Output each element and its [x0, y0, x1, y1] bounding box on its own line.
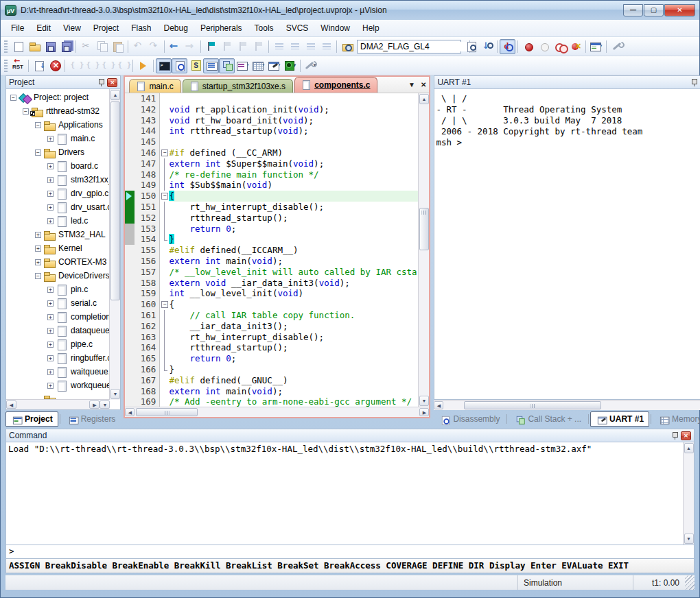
scroll-left-icon[interactable]: ◀ — [434, 401, 443, 409]
window-layout-button[interactable]: ▼ — [588, 39, 604, 54]
tree-item-pin-c[interactable]: +pin.c — [6, 283, 110, 296]
tree-item-main-c[interactable]: +main.c — [6, 132, 110, 145]
bookmark-clear-button[interactable] — [250, 39, 266, 54]
fold-margin-collapse-icon[interactable] — [160, 147, 169, 158]
tab-memory-1[interactable]: Memory 1 — [653, 411, 700, 427]
redo-button[interactable] — [146, 39, 162, 54]
menu-flash[interactable]: Flash — [125, 21, 157, 35]
expander-minus-icon[interactable]: − — [35, 122, 41, 128]
project-close-icon[interactable]: × — [107, 78, 117, 87]
save-all-button[interactable] — [58, 39, 73, 54]
expander-plus-icon[interactable]: + — [47, 342, 54, 348]
show-next-button[interactable] — [31, 58, 47, 73]
outdent-button[interactable] — [287, 39, 303, 54]
scroll-right-icon[interactable]: ▶ — [89, 400, 100, 409]
cut-button[interactable] — [78, 39, 94, 54]
menu-edit[interactable]: Edit — [30, 21, 57, 35]
scroll-left-icon[interactable]: ◀ — [125, 408, 135, 416]
command-vertical-scrollbar[interactable]: ▲ ▼ — [683, 442, 694, 545]
uart-output[interactable]: \ | / - RT - Thread Operating System / |… — [434, 89, 700, 399]
tree-item-applications[interactable]: −Applications — [6, 118, 110, 132]
command-input[interactable]: > — [5, 545, 695, 559]
tree-item-stm32-hal[interactable]: +STM32_HAL — [6, 228, 110, 241]
paste-button[interactable] — [110, 39, 126, 54]
expander-minus-icon[interactable]: − — [35, 150, 41, 156]
expander-plus-icon[interactable]: + — [47, 355, 54, 361]
indent-button[interactable] — [271, 39, 287, 54]
expander-plus-icon[interactable]: + — [47, 287, 54, 293]
expander-plus-icon[interactable]: + — [47, 218, 54, 224]
tab-call-stack-[interactable]: Call Stack + ... — [509, 411, 587, 427]
undo-button[interactable] — [130, 39, 146, 54]
tree-item-completion-c[interactable]: +completion.c — [6, 310, 110, 324]
tree-item-devicedrivers[interactable]: −DeviceDrivers — [6, 269, 110, 283]
tree-horizontal-scrollbar[interactable]: ◀ ▶ ▼ — [6, 399, 110, 409]
title-bar[interactable]: µV D:\rt-thread\rt-thread-3.0.3\bsp\stm3… — [1, 1, 699, 20]
tree-item-drivers[interactable]: −Drivers — [6, 145, 110, 159]
new-file-button[interactable] — [10, 39, 26, 54]
tree-item-stm32f1xx-it-c[interactable]: +stm32f1xx_it.c — [6, 173, 110, 187]
stop-run-button[interactable] — [47, 58, 62, 73]
expander-plus-icon[interactable]: + — [47, 328, 54, 334]
scroll-up-icon[interactable]: ▲ — [419, 94, 429, 104]
symbol-window-button[interactable] — [187, 58, 203, 73]
tree-item-board-c[interactable]: +board.c — [6, 159, 110, 173]
scroll-down-icon[interactable]: ▼ — [684, 534, 694, 544]
scroll-thumb[interactable] — [419, 208, 429, 250]
tree-item-workqueue-c[interactable]: +workqueue.c — [6, 379, 110, 392]
fold-margin-collapse-icon[interactable] — [160, 299, 169, 310]
find-next-button[interactable] — [463, 39, 479, 54]
fold-margin-collapse-icon[interactable] — [160, 191, 169, 202]
tree-item-dataqueue-c[interactable]: +dataqueue.c — [6, 324, 110, 337]
expander-minus-icon[interactable]: − — [23, 108, 29, 115]
tree-item-project-project[interactable]: −Project: project — [6, 91, 110, 104]
tab-disassembly[interactable]: Disassembly — [434, 411, 505, 427]
expander-plus-icon[interactable]: + — [47, 136, 54, 142]
expander-plus-icon[interactable]: + — [35, 232, 41, 238]
tree-item-kernel[interactable]: +Kernel — [6, 241, 110, 255]
analysis-window-button[interactable]: ▼ — [282, 58, 298, 73]
tree-item-led-c[interactable]: +led.c — [6, 214, 110, 228]
uart-horizontal-scrollbar[interactable]: ◀ ▶ — [434, 400, 700, 410]
nav-back-button[interactable] — [167, 39, 183, 54]
tab-project[interactable]: Project — [5, 411, 58, 427]
tree-item-drv-usart-c[interactable]: +drv_usart.c — [6, 200, 110, 214]
menu-window[interactable]: Window — [314, 21, 356, 35]
expander-plus-icon[interactable]: + — [47, 191, 54, 197]
bp-disable-button[interactable] — [552, 39, 568, 54]
bookmark-toggle-button[interactable] — [203, 39, 219, 54]
memory-window-button[interactable]: ▼ — [250, 58, 266, 73]
toolbar-grip-handle[interactable] — [4, 60, 8, 72]
disassembly-window-button[interactable] — [172, 58, 187, 73]
copy-button[interactable] — [94, 39, 110, 54]
find-in-files-button[interactable] — [339, 39, 355, 54]
incr-find-button[interactable] — [479, 39, 495, 54]
tab-main-c[interactable]: main.c — [129, 79, 180, 93]
registers-window-button[interactable] — [203, 58, 219, 73]
step-over-button[interactable] — [83, 58, 99, 73]
wrench-button[interactable] — [609, 39, 625, 54]
scroll-down-icon[interactable]: ▼ — [110, 389, 120, 399]
tab-registers[interactable]: Registers — [62, 411, 121, 427]
scroll-up-icon[interactable]: ▲ — [684, 443, 694, 453]
expander-plus-icon[interactable]: + — [35, 259, 41, 265]
expander-plus-icon[interactable]: + — [47, 314, 54, 320]
pin-icon[interactable] — [670, 431, 679, 440]
save-button[interactable] — [42, 39, 58, 54]
menu-debug[interactable]: Debug — [158, 21, 194, 35]
menu-file[interactable]: File — [5, 21, 30, 35]
tree-item-rtthread-stm32[interactable]: −rtthread-stm32 — [6, 104, 110, 118]
bp-kill-button[interactable] — [568, 39, 583, 54]
tab-close-icon[interactable]: ✕ — [421, 81, 426, 88]
close-button[interactable]: ✕ — [664, 4, 695, 16]
code-area[interactable]: 141142void rt_application_init(void);143… — [125, 93, 429, 407]
run-button[interactable] — [135, 58, 151, 73]
toolbox-button[interactable]: ▼ — [303, 58, 318, 73]
step-button[interactable] — [67, 58, 83, 73]
uncomment-button[interactable] — [318, 39, 334, 54]
menu-tools[interactable]: Tools — [248, 21, 280, 35]
menu-help[interactable]: Help — [356, 21, 386, 35]
tree-item-drv-gpio-c[interactable]: +drv_gpio.c — [6, 187, 110, 200]
tab-startup-stm32f103xe-s[interactable]: startup_stm32f103xe.s — [183, 79, 293, 93]
pin-icon[interactable] — [690, 78, 698, 87]
